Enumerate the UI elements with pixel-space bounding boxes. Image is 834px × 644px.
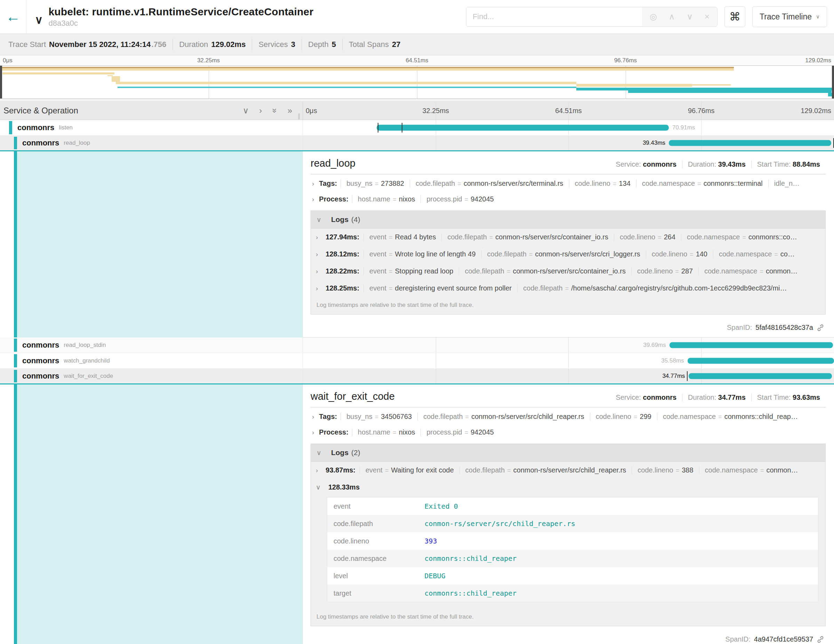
tag-key: code.lineno bbox=[652, 250, 687, 258]
span-bar[interactable] bbox=[669, 140, 831, 146]
find-input[interactable] bbox=[466, 7, 642, 26]
span-row-left[interactable]: conmonrswait_for_exit_code bbox=[0, 369, 303, 383]
span-row[interactable]: conmonrswatch_grandchild35.58ms bbox=[0, 353, 834, 369]
divider bbox=[310, 174, 826, 174]
next-result-icon[interactable]: ∨ bbox=[687, 12, 693, 21]
minimap-span-bar bbox=[692, 84, 731, 86]
logs-header[interactable]: ∨Logs(4) bbox=[311, 211, 825, 228]
trace-summary-bar: Trace StartNovember 15 2022, 11:24:14.75… bbox=[0, 34, 834, 55]
service-color-stripe bbox=[14, 137, 17, 149]
chevron-right-icon[interactable]: › bbox=[312, 429, 314, 436]
timeline-minimap[interactable] bbox=[0, 65, 834, 99]
span-bar[interactable] bbox=[377, 125, 669, 131]
minimap-scrubber-left[interactable] bbox=[0, 66, 2, 99]
span-row-timeline[interactable]: 34.77ms bbox=[303, 369, 834, 383]
tag-value: conmon… bbox=[766, 466, 798, 474]
span-row[interactable]: conmonrslisten70.91ms bbox=[0, 120, 834, 136]
process-row: ›Process:host.name=nixosprocess.pid=9420… bbox=[310, 191, 826, 207]
logs-label: Logs bbox=[331, 448, 349, 457]
back-button[interactable]: ← bbox=[0, 0, 26, 33]
chevron-down-icon: ∨ bbox=[317, 216, 322, 224]
log-entry-expanded-header[interactable]: ∨128.33ms bbox=[311, 479, 825, 496]
locate-icon[interactable]: ◎ bbox=[650, 12, 657, 21]
span-row[interactable]: conmonrswait_for_exit_code34.77ms bbox=[0, 369, 834, 384]
link-icon[interactable] bbox=[816, 636, 824, 643]
span-row-timeline[interactable]: 35.58ms bbox=[303, 353, 834, 369]
summary-label: Services bbox=[259, 40, 288, 49]
span-row-left[interactable]: conmonrsread_loop bbox=[0, 136, 303, 150]
equals-sign: = bbox=[658, 234, 661, 241]
clear-search-icon[interactable]: × bbox=[705, 12, 710, 21]
previous-result-icon[interactable]: ∧ bbox=[669, 12, 675, 21]
collapse-one-icon[interactable]: ∨ bbox=[243, 106, 249, 115]
span-row-left[interactable]: conmonrslisten bbox=[0, 120, 303, 135]
span-row-left[interactable]: conmonrswatch_grandchild bbox=[0, 353, 303, 369]
detail-meta-item: Duration: 39.43ms bbox=[682, 160, 752, 168]
span-row-left[interactable]: conmonrsread_loop_stdin bbox=[0, 338, 303, 353]
chevron-right-icon[interactable]: › bbox=[312, 180, 314, 188]
tag-value: conmon-rs/server/src/child_reaper.rs bbox=[513, 466, 626, 474]
span-row[interactable]: conmonrsread_loop39.43ms bbox=[0, 136, 834, 151]
summary-item: Total Spans27 bbox=[343, 39, 407, 50]
minimap-span-bar bbox=[118, 87, 576, 88]
span-row-timeline[interactable]: 39.69ms bbox=[303, 338, 834, 353]
column-resizer-handle[interactable]: ∥ bbox=[298, 112, 301, 120]
timeline-ruler: 0μs32.25ms64.51ms96.76ms129.02ms bbox=[0, 55, 834, 65]
chevron-right-icon: › bbox=[316, 233, 318, 241]
equals-sign: = bbox=[375, 180, 379, 187]
log-timestamp: 128.12ms: bbox=[325, 250, 359, 258]
timeline-header: 0μs32.25ms64.51ms96.76ms129.02ms bbox=[303, 102, 834, 120]
span-bar[interactable] bbox=[689, 373, 832, 379]
expand-one-icon[interactable]: › bbox=[259, 106, 262, 115]
operation-name: listen bbox=[59, 124, 73, 131]
log-entry[interactable]: ›128.25ms:event=deregistering event sour… bbox=[311, 280, 825, 297]
top-bar: ← ∨ kubelet: runtime.v1.RuntimeService/C… bbox=[0, 0, 834, 34]
log-entry[interactable]: ›128.12ms:event=Wrote log line of length… bbox=[311, 246, 825, 263]
span-id-value: 4a947cfd1ce59537 bbox=[754, 635, 813, 643]
meta-label: Duration: bbox=[688, 160, 718, 168]
view-selector-label: Trace Timeline bbox=[760, 12, 812, 21]
tag-value: conmon-rs/server/src/terminal.rs bbox=[464, 180, 563, 187]
link-icon[interactable] bbox=[816, 324, 824, 332]
summary-item: Trace StartNovember 15 2022, 11:24:14.75… bbox=[2, 39, 173, 50]
keyboard-shortcuts-button[interactable]: ⌘ bbox=[724, 6, 745, 27]
tag-key: idle_n… bbox=[774, 180, 800, 187]
summary-value: 27 bbox=[392, 40, 400, 49]
detail-meta-item: Start Time: 93.63ms bbox=[752, 393, 826, 401]
log-field: code.namespace=co… bbox=[713, 250, 800, 258]
log-entry[interactable]: ›93.87ms:event=Waiting for exit codecode… bbox=[311, 462, 825, 479]
chevron-right-icon[interactable]: › bbox=[312, 413, 314, 421]
log-field: event=Waiting for exit code bbox=[360, 466, 459, 474]
logs-header[interactable]: ∨Logs(2) bbox=[311, 444, 825, 462]
tag-value: conmonrs::terminal bbox=[703, 180, 763, 187]
chevron-right-icon: › bbox=[316, 251, 318, 258]
detail-service-stripe bbox=[14, 384, 17, 644]
tag-key: event bbox=[369, 284, 386, 292]
span-row-timeline[interactable]: 70.91ms bbox=[303, 120, 834, 135]
spacer bbox=[0, 99, 834, 102]
summary-value: 5 bbox=[332, 40, 336, 49]
log-field-value: DEBUG bbox=[419, 567, 818, 584]
equals-sign: = bbox=[760, 467, 764, 474]
chevron-down-icon[interactable]: ∨ bbox=[35, 13, 43, 26]
view-selector-dropdown[interactable]: Trace Timeline ∨ bbox=[752, 6, 827, 27]
tag-value: nixos bbox=[399, 428, 415, 436]
logs-count: (2) bbox=[351, 448, 360, 457]
collapse-all-icon[interactable]: » bbox=[270, 108, 280, 113]
timeline-tick: 129.02ms bbox=[801, 107, 831, 115]
summary-label: Trace Start bbox=[8, 40, 46, 49]
tag-key: host.name bbox=[358, 428, 390, 436]
chevron-down-icon: ∨ bbox=[316, 483, 321, 491]
span-bar[interactable] bbox=[688, 358, 834, 364]
chevron-right-icon[interactable]: › bbox=[312, 196, 314, 203]
minimap-scrubber-right[interactable] bbox=[832, 66, 834, 99]
span-row[interactable]: conmonrsread_loop_stdin39.69ms bbox=[0, 338, 834, 353]
span-bar[interactable] bbox=[669, 342, 833, 348]
detail-meta: Service: conmonrsDuration: 34.77msStart … bbox=[610, 393, 826, 401]
tags-label: Tags: bbox=[319, 413, 337, 421]
expand-all-icon[interactable]: » bbox=[288, 106, 292, 115]
log-entry[interactable]: ›128.22ms:event=Stopping read loopcode.f… bbox=[311, 263, 825, 280]
process-label: Process: bbox=[319, 428, 349, 436]
log-entry[interactable]: ›127.94ms:event=Read 4 bytescode.filepat… bbox=[311, 228, 825, 246]
span-row-timeline[interactable]: 39.43ms bbox=[303, 136, 834, 150]
